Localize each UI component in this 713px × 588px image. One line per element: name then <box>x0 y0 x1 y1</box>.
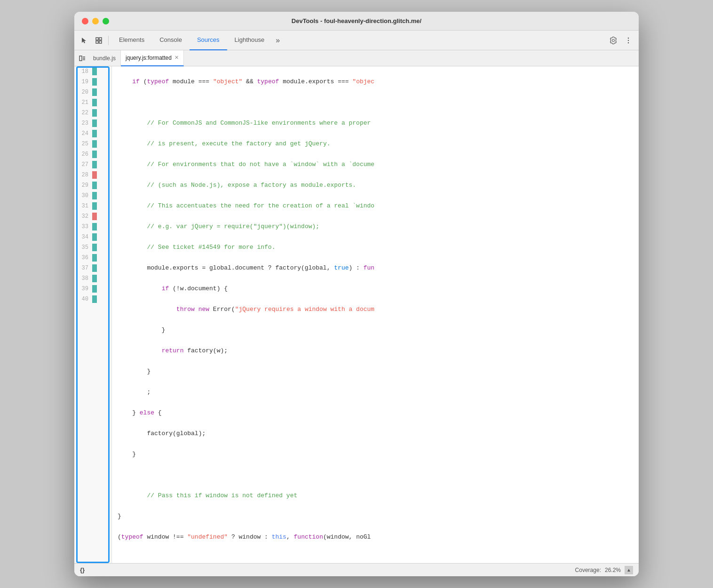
line-num-39: 39 <box>74 286 92 292</box>
line-num-35: 35 <box>74 244 92 251</box>
line-num-19: 19 <box>74 79 92 85</box>
coverage-bar-28 <box>92 171 97 179</box>
code-line-20: // For CommonJS and CommonJS-like enviro… <box>118 118 633 128</box>
file-tab-jquery[interactable]: jquery.js:formatted ✕ <box>121 50 184 66</box>
svg-point-5 <box>628 40 629 40</box>
coverage-bar-37 <box>92 264 97 272</box>
code-line-38: // Pass this if window is not defined ye… <box>118 491 633 501</box>
line-num-21: 21 <box>74 99 92 106</box>
pretty-print-icon: {} <box>80 566 85 573</box>
minimize-button[interactable] <box>92 18 99 24</box>
file-tab-active-label: jquery.js:formatted <box>126 55 172 61</box>
gutter-row-24: 24 <box>74 128 111 139</box>
file-tab-close-icon[interactable]: ✕ <box>174 55 179 61</box>
gutter-row-30: 30 <box>74 191 111 201</box>
code-line-32: } <box>118 366 633 377</box>
coverage-value: 26.2% <box>605 567 621 573</box>
status-bar: {} Coverage: 26.2% ▲ <box>74 563 639 576</box>
coverage-bar-22 <box>92 109 97 117</box>
tab-elements[interactable]: Elements <box>111 31 152 50</box>
gutter-row-21: 21 <box>74 97 111 108</box>
svg-point-6 <box>628 42 629 43</box>
file-tab-bundle[interactable]: bundle.js <box>88 50 121 66</box>
scroll-up-icon[interactable]: ▲ <box>625 566 633 574</box>
code-line-29: throw new Error("jQuery requires a windo… <box>118 304 633 315</box>
code-line-40: (typeof window !== "undefined" ? window … <box>118 532 633 542</box>
cursor-icon[interactable] <box>78 34 91 47</box>
code-line-36: } <box>118 449 633 460</box>
coverage-bar-33 <box>92 223 97 230</box>
gutter-row-27: 27 <box>74 159 111 170</box>
code-area: 18 19 20 21 22 <box>74 66 639 563</box>
tab-lighthouse[interactable]: Lighthouse <box>227 31 272 50</box>
gutter-row-33: 33 <box>74 222 111 232</box>
svg-rect-3 <box>99 41 102 43</box>
line-num-23: 23 <box>74 120 92 127</box>
toolbar-right <box>607 34 635 47</box>
svg-point-4 <box>628 37 629 38</box>
gutter-row-29: 29 <box>74 180 111 191</box>
gutter-row-28: 28 <box>74 170 111 180</box>
line-num-37: 37 <box>74 265 92 271</box>
coverage-bar-20 <box>92 88 97 96</box>
tab-list: Elements Console Sources Lighthouse » <box>111 31 606 50</box>
gutter-row-26: 26 <box>74 149 111 159</box>
settings-icon[interactable] <box>607 34 620 47</box>
line-num-31: 31 <box>74 203 92 209</box>
coverage-bar-26 <box>92 151 97 158</box>
titlebar: DevTools - foul-heavenly-direction.glitc… <box>74 12 639 31</box>
code-line-33: ; <box>118 387 633 397</box>
gutter-row-40: 40 <box>74 294 111 304</box>
pretty-print-button[interactable]: {} <box>80 566 85 573</box>
coverage-bar-18 <box>92 68 97 75</box>
tab-sources[interactable]: Sources <box>190 31 227 50</box>
coverage-bar-40 <box>92 295 97 303</box>
gutter-row-31: 31 <box>74 201 111 211</box>
tab-console[interactable]: Console <box>152 31 190 50</box>
more-tabs-button[interactable]: » <box>272 36 284 45</box>
svg-rect-1 <box>99 38 102 40</box>
code-editor[interactable]: if (typeof module === "object" && typeof… <box>112 66 639 563</box>
line-num-22: 22 <box>74 110 92 116</box>
close-button[interactable] <box>82 18 88 24</box>
coverage-bar-32 <box>92 213 97 220</box>
code-line-37 <box>118 470 633 480</box>
status-left: {} <box>80 566 85 573</box>
gutter-row-25: 25 <box>74 139 111 149</box>
coverage-bar-27 <box>92 161 97 168</box>
coverage-bar-21 <box>92 99 97 106</box>
file-tab-label: bundle.js <box>93 55 116 62</box>
svg-rect-0 <box>96 38 98 40</box>
line-num-20: 20 <box>74 89 92 95</box>
coverage-bar-31 <box>92 202 97 210</box>
line-num-33: 33 <box>74 223 92 230</box>
coverage-bar-19 <box>92 78 97 86</box>
devtools-toolbar: Elements Console Sources Lighthouse » <box>74 31 639 50</box>
code-line-28: if (!w.document) { <box>118 284 633 294</box>
line-num-36: 36 <box>74 254 92 261</box>
coverage-bar-34 <box>92 233 97 241</box>
gutter-row-39: 39 <box>74 284 111 294</box>
code-line-24: // This accentuates the need for the cre… <box>118 201 633 211</box>
file-tree-toggle[interactable] <box>76 52 88 64</box>
gutter-row-23: 23 <box>74 118 111 128</box>
maximize-button[interactable] <box>103 18 109 24</box>
line-num-30: 30 <box>74 192 92 199</box>
coverage-bar-25 <box>92 140 97 148</box>
code-line-23: // (such as Node.js), expose a factory a… <box>118 180 633 191</box>
line-gutter: 18 19 20 21 22 <box>74 66 112 563</box>
gutter-row-35: 35 <box>74 242 111 253</box>
coverage-bar-23 <box>92 119 97 127</box>
coverage-bar-30 <box>92 192 97 199</box>
window-controls <box>82 18 109 24</box>
window-title: DevTools - foul-heavenly-direction.glitc… <box>292 17 421 24</box>
coverage-bar-39 <box>92 285 97 293</box>
code-line-34: } else { <box>118 408 633 418</box>
code-line-31: return factory(w); <box>118 346 633 356</box>
code-line-39: } <box>118 511 633 522</box>
coverage-label: Coverage: <box>575 567 601 573</box>
more-options-icon[interactable] <box>622 34 635 47</box>
gutter-row-38: 38 <box>74 273 111 284</box>
svg-rect-7 <box>79 56 82 61</box>
inspect-icon[interactable] <box>92 34 105 47</box>
